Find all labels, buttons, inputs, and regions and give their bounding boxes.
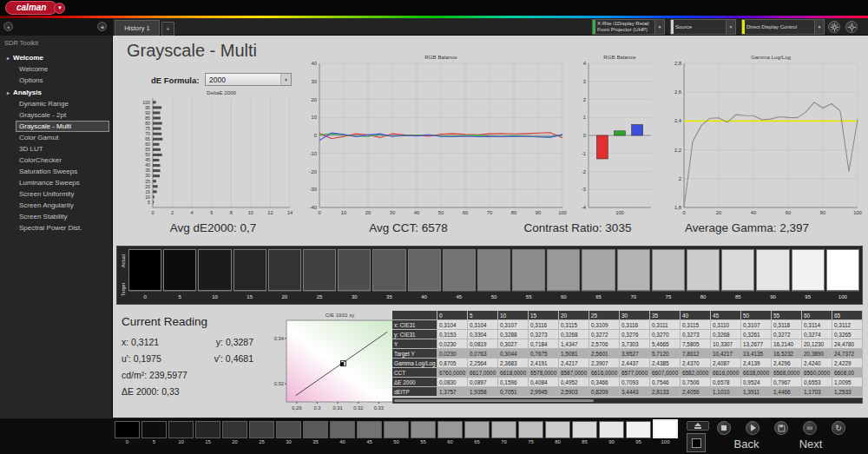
eject-button[interactable] (687, 421, 709, 431)
patch-45[interactable]: 45 (357, 421, 382, 446)
patch-100[interactable]: 100 (653, 421, 678, 446)
chart-gamma: Gamma Log/Log0204060801002,82,62,42,221,… (661, 51, 865, 220)
black-square-icon (692, 438, 701, 448)
de-formula-select[interactable]: 2000 ▼ (205, 73, 292, 86)
svg-text:12: 12 (267, 210, 273, 215)
patch-70[interactable]: 70 (491, 421, 516, 446)
svg-text:10: 10 (248, 210, 253, 215)
patch-55[interactable]: 55 (411, 421, 436, 446)
svg-text:2: 2 (583, 97, 586, 102)
patch-25[interactable]: 25 (249, 421, 274, 446)
svg-text:0,31: 0,31 (332, 405, 342, 411)
menu-dot-button[interactable]: ● (3, 22, 13, 31)
patch-30[interactable]: 30 (276, 421, 301, 446)
patch-60[interactable]: 60 (437, 421, 463, 446)
sidebar-item-spectral-power-dist[interactable]: Spectral Power Dist. (0, 222, 112, 234)
sidebar-item-3d-lut[interactable]: 3D LUT (0, 143, 112, 155)
link-button[interactable]: ∞ (803, 421, 817, 435)
svg-text:0: 0 (314, 133, 317, 138)
ramp-swatch-90: 90 (756, 249, 789, 302)
ramp-swatches: 0510152025303540455055606570758085909510… (128, 247, 862, 304)
svg-text:2,8: 2,8 (674, 61, 681, 66)
scrollbar-thumb[interactable] (394, 399, 594, 402)
logo-text: calman (5, 1, 57, 15)
table-horizontal-scrollbar[interactable] (392, 398, 863, 404)
ramp-row-labels: Actual Target (117, 247, 128, 304)
svg-text:40: 40 (751, 210, 756, 215)
svg-text:0: 0 (682, 210, 685, 215)
tab-history-1[interactable]: History 1 (115, 20, 160, 36)
logo-menu-icon[interactable]: ▼ (54, 3, 65, 14)
collapse-sidebar-button[interactable]: ◀ (97, 22, 107, 31)
pattern-window-button[interactable] (687, 433, 706, 452)
patch-65[interactable]: 65 (464, 421, 490, 446)
display-control-dropdown[interactable]: Direct Display Control ▼ (741, 19, 825, 35)
patch-5[interactable]: 5 (141, 421, 167, 446)
patch-15[interactable]: 15 (195, 421, 220, 446)
patch-40[interactable]: 40 (330, 421, 355, 446)
save-button[interactable] (774, 421, 788, 435)
chevron-down-icon[interactable]: ▼ (814, 20, 824, 34)
meter-dropdown[interactable]: X-Rite i1Display Retail Front Projector … (592, 19, 665, 35)
patch-50[interactable]: 50 (384, 421, 409, 446)
sidebar-item-options[interactable]: Options (0, 75, 112, 86)
patch-0[interactable]: 0 (115, 421, 140, 446)
chevron-down-icon[interactable]: ▼ (726, 20, 735, 34)
patch-35[interactable]: 35 (303, 421, 328, 446)
sidebar-item-screen-angularity[interactable]: Screen Angularity (0, 200, 112, 211)
chart-cie-1931: CIE 1931 xy0,290,30,310,320,330,340,32 (266, 310, 398, 412)
chevron-down-icon[interactable]: ▼ (654, 20, 664, 34)
table-row-y: Y0,02300,08190,30270,71841,43472,57063,7… (392, 339, 863, 349)
sidebar-item-screen-uniformity[interactable]: Screen Uniformity (0, 188, 112, 200)
svg-text:50: 50 (438, 210, 444, 215)
back-button[interactable]: Back (720, 438, 773, 451)
link-icon: ∞ (807, 424, 812, 432)
grayscale-ramp: Actual Target 05101520253035404550556065… (116, 246, 863, 305)
sidebar-section-analysis[interactable]: ▸Analysis (0, 86, 112, 98)
current-reading-panel: Current Reading x: 0,3121 y: 0,3287 u': … (122, 315, 262, 403)
sidebar-item-grayscale-2pt[interactable]: Grayscale - 2pt (0, 109, 112, 121)
ramp-swatch-55: 55 (512, 249, 545, 302)
svg-text:6: 6 (210, 210, 213, 215)
patch-75[interactable]: 75 (518, 421, 543, 446)
patch-10[interactable]: 10 (168, 421, 194, 446)
play-button[interactable] (746, 421, 760, 435)
patch-80[interactable]: 80 (545, 421, 570, 446)
dot-icon: ● (7, 24, 10, 30)
refresh-button[interactable]: ↻ (832, 421, 845, 435)
svg-text:0,33: 0,33 (374, 405, 384, 411)
sidebar-section-welcome[interactable]: ▸Welcome (0, 51, 112, 63)
table-row-x-cie31: x: CIE310,31040,31040,31070,31160,31150,… (392, 320, 863, 330)
sidebar-item-luminance-sweeps[interactable]: Luminance Sweeps (0, 177, 112, 188)
sidebar-item-colorchecker[interactable]: ColorChecker (0, 155, 112, 166)
sidebar-item-color-gamut[interactable]: Color Gamut (0, 132, 112, 143)
sidebar-item-welcome[interactable]: Welcome (0, 63, 112, 75)
sidebar-item-screen-stability[interactable]: Screen Stability (0, 211, 112, 222)
svg-text:0: 0 (151, 210, 154, 215)
toolkit-label: SDR Toolkit (0, 36, 112, 51)
settings-gear-icon[interactable] (828, 21, 840, 33)
add-tab-button[interactable]: + (161, 22, 174, 36)
svg-text:2,4: 2,4 (674, 118, 682, 123)
patch-20[interactable]: 20 (222, 421, 247, 446)
chevron-left-icon: ◀ (101, 24, 104, 30)
next-button[interactable]: Next (785, 438, 837, 451)
sidebar-item-dynamic-range[interactable]: Dynamic Range (0, 98, 112, 109)
stop-button[interactable] (717, 421, 731, 435)
ramp-swatch-40: 40 (408, 249, 441, 302)
source-dropdown[interactable]: Source ▼ (670, 19, 736, 35)
svg-text:20: 20 (716, 210, 721, 215)
patch-85[interactable]: 85 (572, 421, 597, 446)
patch-95[interactable]: 95 (626, 421, 651, 446)
sidebar-item-saturation-sweeps[interactable]: Saturation Sweeps (0, 166, 112, 177)
svg-text:70: 70 (487, 210, 492, 215)
ramp-target-label: Target (113, 284, 137, 295)
options-gear-icon[interactable] (845, 21, 858, 33)
sidebar-item-grayscale-multi[interactable]: Grayscale - Multi (16, 121, 109, 132)
chart-rgb-balance-bars: RGB Balance43210-1-2-3-4100 (571, 51, 656, 220)
patch-90[interactable]: 90 (599, 421, 624, 446)
title-bar: calman ▼ (0, 0, 868, 16)
expand-icon: ▸ (7, 90, 10, 95)
ramp-swatch-75: 75 (652, 249, 685, 302)
svg-text:CIE 1931 xy: CIE 1931 xy (326, 312, 356, 318)
